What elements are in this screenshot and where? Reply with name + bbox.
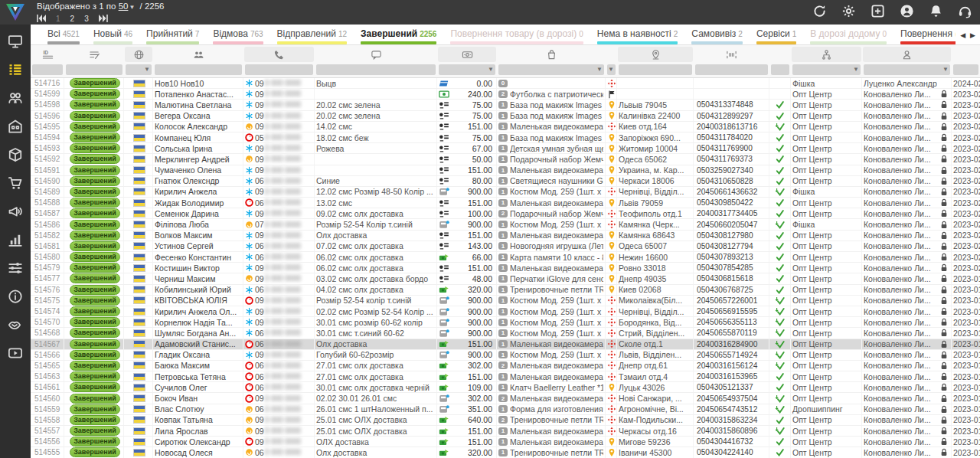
- table-row[interactable]: 514576 Завершений Кобилинський Юрий 060 …: [31, 285, 980, 296]
- table-row[interactable]: 514566 Завершений Гладик Оксана 090 000 …: [31, 350, 980, 361]
- tab-8[interactable]: Нема в наявності2: [590, 25, 685, 44]
- sidebar-item-statistics-chart[interactable]: [8, 232, 23, 247]
- sidebar-item-customers[interactable]: [8, 90, 23, 106]
- column-header-id-icon[interactable]: ID: [31, 47, 64, 62]
- tabs-scroll-right-icon[interactable]: ▶: [970, 31, 975, 39]
- table-row[interactable]: 514596 Завершений Вегера Оксана 090 000 …: [31, 111, 980, 122]
- table-row[interactable]: 514560 Завершений Бокоч Иван 090 000 000…: [31, 393, 980, 404]
- bell-icon[interactable]: [929, 4, 943, 18]
- table-row[interactable]: 514598 Завершений Малютина Светлана 090 …: [31, 100, 980, 110]
- tab-1[interactable]: Всі4521: [41, 25, 87, 44]
- tab-7[interactable]: Повернення товару (в дорозі)0: [443, 25, 590, 44]
- column-filter-input[interactable]: [66, 64, 122, 75]
- tab-4[interactable]: Відмова763: [206, 25, 270, 44]
- column-filter-input[interactable]: [155, 64, 242, 75]
- table-row[interactable]: 514558 Завершений Ковпак Татьяна 090 000…: [31, 415, 980, 426]
- table-row[interactable]: 514589 Завершений Кирилич Анжела 090 000…: [31, 187, 980, 198]
- column-header-globe-icon[interactable]: [125, 47, 152, 62]
- column-filter-input[interactable]: [32, 64, 63, 75]
- table-row[interactable]: 514568 Завершений Шумляс Богдана Ан... 0…: [31, 328, 980, 339]
- table-row[interactable]: 514580 Завершений Фесенко Константин 060…: [31, 252, 980, 263]
- column-header-bag-icon[interactable]: [498, 47, 605, 62]
- gear-icon[interactable]: [841, 4, 856, 18]
- table-row[interactable]: 514582 Завершений Волков Максим 090 000 …: [31, 231, 980, 241]
- column-header-customers-icon[interactable]: [154, 47, 243, 62]
- table-row[interactable]: 514594 Завершений Компанец Юля 050 000 0…: [31, 132, 980, 143]
- app-logo[interactable]: [5, 2, 25, 22]
- column-filter-input[interactable]: [953, 64, 978, 75]
- column-header-phone-icon[interactable]: [244, 47, 314, 62]
- table-row[interactable]: 514716 Завершений Нов10 Нов10 090 000 00…: [31, 78, 980, 89]
- sidebar-item-monitor[interactable]: [8, 34, 23, 49]
- column-filter-input[interactable]: ▼: [126, 64, 152, 75]
- table-row[interactable]: 514595 Завершений Колосок Александр 090 …: [31, 122, 980, 132]
- table-row[interactable]: 514559 Завершений Влас Слотюу 060 000 00…: [31, 404, 980, 415]
- tab-6[interactable]: Завершений2256: [354, 25, 443, 44]
- table-row[interactable]: 514590 Завершений Гнатюк Олексндр 060 00…: [31, 176, 980, 187]
- first-page-button[interactable]: [37, 15, 46, 22]
- page-number-3[interactable]: 3: [84, 15, 89, 23]
- column-filter-input[interactable]: [695, 64, 768, 75]
- sidebar-item-purchases-cart[interactable]: [8, 175, 23, 191]
- column-header-person-icon[interactable]: [863, 47, 951, 62]
- column-header-blank[interactable]: [770, 47, 790, 62]
- table-row[interactable]: 514581 Завершений Устинов Сергей 060 000…: [31, 241, 980, 252]
- table-row[interactable]: 514570 Завершений Корнелюк Надія Та... 0…: [31, 317, 980, 328]
- table-row[interactable]: 514567 Завершений Адамовский Станис... 0…: [31, 339, 980, 350]
- tab-5[interactable]: Відправлений12: [270, 25, 354, 44]
- page-number-1[interactable]: 1: [56, 15, 60, 23]
- support-headset-icon[interactable]: [958, 4, 972, 18]
- column-header-blank[interactable]: [952, 47, 979, 62]
- tab-2[interactable]: Новый46: [87, 25, 139, 44]
- sidebar-item-settings-sliders[interactable]: [8, 260, 23, 276]
- table-row[interactable]: 514555 Завершений Новосад Олеся 060 000 …: [31, 447, 980, 458]
- table-row[interactable]: 514592 Завершений Мерклингер Андрей 090 …: [31, 154, 980, 165]
- table-row[interactable]: 514579 Завершений Костишин Виктор 090 00…: [31, 263, 980, 273]
- table-row[interactable]: 514593 Завершений Сольська Ірина 090 000…: [31, 143, 980, 154]
- sidebar-item-marketing-megaphone[interactable]: [8, 204, 23, 219]
- column-filter-input[interactable]: [771, 64, 789, 75]
- column-filter-input[interactable]: [245, 64, 313, 75]
- table-row[interactable]: 514565 Завершений Баюка Максим 060 000 0…: [31, 361, 980, 371]
- column-filter-input[interactable]: ▼: [864, 64, 950, 75]
- column-header-comment-icon[interactable]: [315, 47, 436, 62]
- column-header-pin-icon[interactable]: [618, 47, 693, 62]
- column-header-barcode-icon[interactable]: [694, 47, 769, 62]
- table-row[interactable]: 514556 Завершений Сиротюк Олександр 090 …: [31, 437, 980, 447]
- table-row[interactable]: 514563 Завершений Петровська Тетяна 060 …: [31, 371, 980, 382]
- sidebar-item-products-box[interactable]: [8, 147, 23, 162]
- sidebar-item-info[interactable]: [8, 289, 23, 304]
- table-row[interactable]: 514557 Завершений Лила Ярослав 090 000 0…: [31, 426, 980, 437]
- table-row[interactable]: 514591 Завершений Чумаченко Олена 090 00…: [31, 165, 980, 176]
- table-row[interactable]: 514575 Завершений КВІТОВСЬКА ЮЛІЯ 090 00…: [31, 296, 980, 306]
- table-row[interactable]: 514561 Завершений Сучилов Олег 060 000 0…: [31, 382, 980, 393]
- sidebar-item-partners-handshake[interactable]: [8, 317, 23, 332]
- table-row[interactable]: 514577 Завершений Черниш Максим 090 000 …: [31, 273, 980, 284]
- page-size-dropdown[interactable]: 50: [119, 2, 129, 11]
- sidebar-item-warehouse[interactable]: [8, 119, 23, 134]
- column-header-blank[interactable]: [606, 47, 616, 62]
- last-page-button[interactable]: [99, 15, 108, 22]
- avatar-icon[interactable]: [900, 4, 914, 18]
- table-row[interactable]: 514574 Завершений Кирилич Анжела Ол... 0…: [31, 306, 980, 317]
- column-header-status-icon[interactable]: [65, 47, 123, 62]
- column-filter-input[interactable]: ▼: [792, 64, 861, 75]
- table-row[interactable]: 514588 Завершений Жидак Володимир 060 00…: [31, 198, 980, 208]
- column-filter-input[interactable]: ▼: [607, 64, 616, 75]
- tabs-scroll-left-icon[interactable]: ◀: [960, 31, 965, 39]
- column-filter-input[interactable]: ▼: [498, 64, 604, 75]
- tab-9[interactable]: Самовивіз2: [684, 25, 750, 44]
- column-header-network-icon[interactable]: [792, 47, 861, 62]
- tab-11[interactable]: В дорозі додому0: [803, 25, 893, 44]
- refresh-icon[interactable]: [812, 4, 827, 18]
- table-row[interactable]: 514599 Завершений Потапенко Анастас... 0…: [31, 89, 980, 100]
- tab-10[interactable]: Сервіси1: [750, 25, 803, 44]
- table-row[interactable]: 514586 Завершений Філіпова Люба 070 000 …: [31, 219, 980, 230]
- column-filter-input[interactable]: [619, 64, 692, 75]
- sidebar-item-orders-list[interactable]: [8, 62, 23, 77]
- sidebar-item-video-tutorials[interactable]: [8, 345, 23, 361]
- table-row[interactable]: 514587 Завершений Семенюк Дарина 090 000…: [31, 208, 980, 219]
- add-square-icon[interactable]: [871, 4, 885, 18]
- column-filter-input[interactable]: ▼: [439, 64, 495, 75]
- column-header-money-icon[interactable]: [438, 47, 496, 62]
